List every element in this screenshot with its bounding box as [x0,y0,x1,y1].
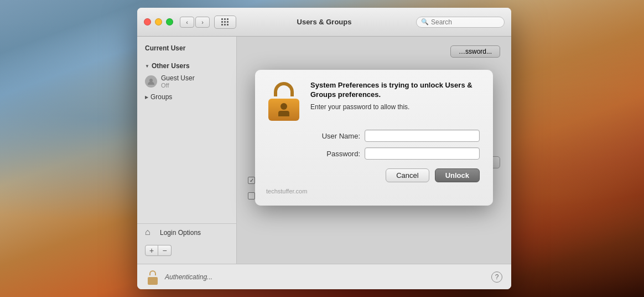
grid-icon [221,18,229,26]
maximize-button[interactable] [166,18,173,25]
sidebar-item-guest[interactable]: Guest User Off [137,72,236,91]
search-icon: 🔍 [421,18,429,25]
unlock-dialog: System Preferences is trying to unlock U… [255,70,493,206]
users-groups-window: ‹ › Users & Groups 🔍 Current User ▼ Othe… [137,8,511,289]
modal-buttons: Cancel Unlock [266,168,480,182]
close-button[interactable] [144,18,151,25]
username-label: User Name: [310,132,360,140]
modal-overlay: System Preferences is trying to unlock U… [237,37,511,264]
modal-title-group: System Preferences is trying to unlock U… [310,81,480,111]
guest-avatar [145,75,157,88]
modal-title: System Preferences is trying to unlock U… [310,81,480,100]
window-title: Users & Groups [297,18,352,26]
remove-user-button[interactable]: − [158,245,172,256]
modal-header: System Preferences is trying to unlock U… [266,81,480,121]
help-button[interactable]: ? [491,272,502,283]
unlock-button[interactable]: Unlock [435,168,480,182]
cancel-button[interactable]: Cancel [386,168,429,182]
current-user-label: Current User [137,41,236,54]
guest-status: Off [161,82,195,89]
sidebar-item-groups[interactable]: ▶ Groups [137,91,236,103]
status-lock-icon [146,269,159,285]
guest-user-label: Guest User [161,74,195,82]
modal-fields: User Name: Password: [310,130,480,160]
traffic-lights [144,18,173,25]
lock-shackle [274,82,294,96]
authenticating-label: Authenticating... [165,273,212,281]
groups-label: Groups [150,93,172,101]
add-user-button[interactable]: + [145,245,158,256]
minimize-button[interactable] [155,18,162,25]
main-content: …ssword... Contacts Card: Open... ✓ Allo… [237,37,511,264]
lock-person-body [278,111,289,116]
watermark: techstuffer.com [266,188,480,194]
back-button[interactable]: ‹ [180,17,194,28]
password-input[interactable] [365,147,480,160]
lock-icon [266,81,302,121]
other-users-triangle: ▼ [145,64,149,69]
status-lock-shackle [149,270,156,275]
lock-body [268,99,299,121]
home-icon: ⌂ [145,227,156,238]
sidebar-item-login-options[interactable]: ⌂ Login Options [137,223,236,242]
sidebar-controls: + − [137,242,236,259]
sidebar: Current User ▼ Other Users Guest User Of… [137,37,237,264]
status-lock-body [148,277,158,285]
login-options-label: Login Options [160,229,201,237]
modal-subtitle: Enter your password to allow this. [310,103,480,111]
username-row: User Name: [310,130,480,142]
titlebar: ‹ › Users & Groups 🔍 [137,8,511,37]
statusbar: Authenticating... ? [137,264,511,289]
lock-person-head [281,103,287,110]
password-label: Password: [310,150,360,158]
other-users-label: Other Users [152,62,190,70]
lock-person [276,101,292,118]
forward-button[interactable]: › [195,17,210,28]
search-input[interactable] [431,18,497,26]
username-input[interactable] [365,130,480,142]
groups-triangle: ▶ [145,95,148,100]
search-box[interactable]: 🔍 [416,17,505,28]
password-row: Password: [310,147,480,160]
window-body: Current User ▼ Other Users Guest User Of… [137,37,511,264]
grid-button[interactable] [214,16,236,29]
nav-buttons: ‹ › [180,17,210,28]
